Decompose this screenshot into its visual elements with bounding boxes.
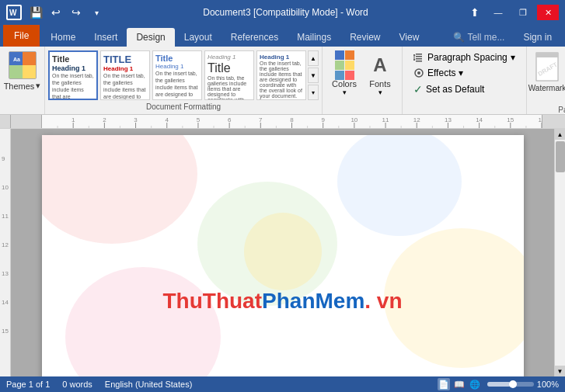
colors-label: Colors bbox=[332, 79, 357, 88]
title-bar: W 💾 ↩ ↪ ▾ Document3 [Compatibility Mode]… bbox=[0, 0, 565, 25]
tab-design[interactable]: Design bbox=[127, 28, 174, 47]
style-item-4[interactable]: Heading 1 Title On this tab, the galleri… bbox=[204, 50, 254, 100]
view-buttons: 📄 📖 🌐 bbox=[438, 378, 481, 390]
fonts-icon: A bbox=[368, 51, 392, 79]
effects-icon bbox=[413, 68, 424, 78]
page-watermark-text: ThuThuatPhanMem. vn bbox=[162, 289, 402, 314]
scroll-up-button[interactable]: ▲ bbox=[555, 129, 566, 140]
svg-text:10: 10 bbox=[351, 116, 357, 123]
save-button[interactable]: 💾 bbox=[26, 3, 45, 22]
themes-section[interactable]: Aa Themes ▾ bbox=[0, 47, 45, 114]
web-layout-view-button[interactable]: 🌐 bbox=[469, 378, 481, 390]
zoom-slider[interactable] bbox=[487, 382, 534, 387]
svg-point-12 bbox=[417, 71, 420, 75]
page-bg-content: DRAFT Watermark Page Color bbox=[530, 50, 565, 104]
scroll-down-button[interactable]: ▼ bbox=[555, 366, 566, 376]
style-gallery: Title Heading 1 On the insert tab, the g… bbox=[48, 50, 319, 101]
tab-mailings[interactable]: Mailings bbox=[288, 28, 340, 47]
svg-text:12: 12 bbox=[413, 116, 420, 123]
window-controls: ⬆ — ❐ ✕ bbox=[466, 3, 559, 22]
effects-chevron-icon: ▾ bbox=[459, 68, 463, 78]
restore-button[interactable]: ❐ bbox=[512, 5, 534, 20]
title-bar-left: W 💾 ↩ ↪ ▾ bbox=[6, 3, 106, 22]
word-count: 0 words bbox=[62, 380, 92, 389]
tab-view[interactable]: View bbox=[390, 28, 429, 47]
style3-heading: Heading 1 bbox=[155, 63, 199, 70]
svg-text:9: 9 bbox=[321, 116, 325, 123]
svg-rect-5 bbox=[23, 65, 36, 78]
ribbon-tabs: File Home Insert Design Layout Reference… bbox=[0, 25, 565, 47]
watermark-button[interactable]: DRAFT Watermark bbox=[530, 50, 565, 95]
line-numbers: 9 10 11 12 13 14 15 bbox=[2, 155, 9, 335]
tab-insert[interactable]: Insert bbox=[85, 28, 127, 47]
fonts-label: Fonts bbox=[369, 79, 391, 88]
svg-text:Aa: Aa bbox=[13, 57, 20, 62]
style-item-3[interactable]: Title Heading 1 On the insert tab, the g… bbox=[152, 50, 202, 100]
scroll-thumb[interactable] bbox=[556, 141, 565, 172]
set-as-default-label: Set as Default bbox=[426, 84, 484, 95]
colors-button[interactable]: Colors ▾ bbox=[329, 50, 360, 98]
vertical-scrollbar[interactable]: ▲ ▼ bbox=[554, 129, 565, 376]
customize-button[interactable]: ▾ bbox=[87, 3, 106, 22]
watermark-text-part1: ThuThuat bbox=[162, 289, 262, 313]
tab-file[interactable]: File bbox=[3, 25, 40, 47]
effects-button[interactable]: Effects ▾ bbox=[409, 65, 520, 81]
svg-text:11: 11 bbox=[382, 116, 389, 123]
svg-text:8: 8 bbox=[290, 116, 294, 123]
style-item-default[interactable]: Title Heading 1 On the insert tab, the g… bbox=[48, 50, 98, 100]
paragraph-spacing-button[interactable]: Paragraph Spacing ▾ bbox=[409, 50, 520, 65]
style-scroll-more-button[interactable]: ▾ bbox=[308, 85, 319, 100]
read-mode-view-button[interactable]: 📖 bbox=[453, 378, 466, 390]
tab-home[interactable]: Home bbox=[41, 28, 85, 47]
tab-references[interactable]: References bbox=[221, 28, 288, 47]
tab-review[interactable]: Review bbox=[340, 28, 389, 47]
line-numbers-sidebar: 9 10 11 12 13 14 15 bbox=[0, 129, 11, 376]
watermark-icon: DRAFT bbox=[533, 51, 561, 84]
style-scroll-up-button[interactable]: ▲ bbox=[308, 50, 319, 66]
paragraph-spacing-label: Paragraph Spacing bbox=[427, 52, 507, 63]
zoom-controls: 100% bbox=[487, 380, 559, 389]
close-button[interactable]: ✕ bbox=[537, 5, 559, 20]
set-as-default-button[interactable]: ✓ Set as Default bbox=[409, 81, 520, 98]
fonts-button[interactable]: A Fonts ▾ bbox=[364, 50, 396, 98]
page-info: Page 1 of 1 bbox=[6, 380, 50, 389]
svg-text:13: 13 bbox=[445, 116, 452, 123]
svg-rect-14 bbox=[536, 53, 558, 57]
page-background-section: DRAFT Watermark Page Color bbox=[527, 47, 565, 114]
svg-text:16: 16 bbox=[539, 116, 542, 123]
status-bar: Page 1 of 1 0 words English (United Stat… bbox=[0, 376, 565, 392]
undo-button[interactable]: ↩ bbox=[47, 3, 65, 22]
quick-access-toolbar: 💾 ↩ ↪ ▾ bbox=[26, 3, 106, 22]
svg-text:1: 1 bbox=[71, 116, 75, 123]
style-scroll-down-button[interactable]: ▼ bbox=[308, 68, 319, 83]
style5-heading: Heading 1 bbox=[260, 54, 303, 61]
themes-text: Themes bbox=[4, 82, 35, 91]
tell-me-input[interactable]: 🔍 Tell me... bbox=[444, 28, 514, 47]
style2-body: On the insert tab, the galleries include… bbox=[103, 72, 147, 100]
svg-rect-9 bbox=[416, 58, 422, 60]
style-item-5[interactable]: Heading 1 On the insert tab, the galleri… bbox=[256, 50, 306, 100]
style-scroll-controls: ▲ ▼ ▾ bbox=[308, 50, 319, 100]
svg-rect-7 bbox=[416, 54, 422, 55]
sign-in-button[interactable]: Sign in bbox=[514, 28, 561, 47]
style4-body: On this tab, the galleries include items… bbox=[208, 75, 251, 100]
svg-text:6: 6 bbox=[228, 116, 232, 123]
themes-label: Themes ▾ bbox=[4, 81, 41, 91]
language: English (United States) bbox=[105, 380, 193, 389]
print-layout-view-button[interactable]: 📄 bbox=[438, 378, 450, 390]
paragraph-spacing-chevron-icon: ▾ bbox=[511, 52, 515, 63]
tab-layout[interactable]: Layout bbox=[175, 28, 221, 47]
document-page[interactable]: ThuThuatPhanMem. vn bbox=[42, 135, 524, 376]
svg-text:3: 3 bbox=[134, 116, 138, 123]
style-items-list: Title Heading 1 On the insert tab, the g… bbox=[48, 50, 306, 100]
style-item-2[interactable]: TITLE Heading 1 On the insert tab, the g… bbox=[100, 50, 150, 100]
svg-text:7: 7 bbox=[259, 116, 263, 123]
status-bar-right: 📄 📖 🌐 100% bbox=[438, 378, 559, 390]
svg-text:4: 4 bbox=[166, 116, 169, 123]
fonts-chevron-icon: ▾ bbox=[378, 88, 382, 96]
ribbon-toggle-icon[interactable]: ⬆ bbox=[466, 3, 484, 22]
watermark-text-part2: PhanMem bbox=[262, 289, 364, 313]
style3-title: Title bbox=[155, 54, 199, 63]
redo-button[interactable]: ↪ bbox=[67, 3, 85, 22]
minimize-button[interactable]: — bbox=[487, 5, 509, 20]
